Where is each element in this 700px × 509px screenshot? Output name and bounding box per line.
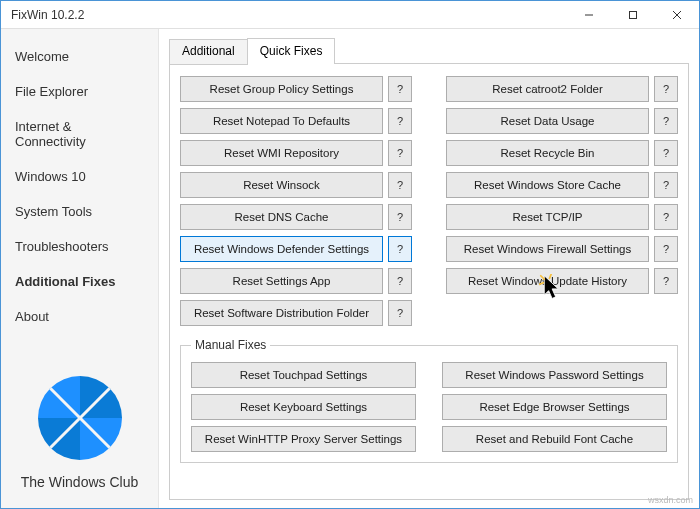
manual-fixes-legend: Manual Fixes	[191, 338, 270, 352]
help-button[interactable]: ?	[388, 76, 412, 102]
button-label: Reset Group Policy Settings	[210, 83, 354, 95]
minimize-button[interactable]	[567, 1, 611, 28]
tab-label: Quick Fixes	[260, 44, 323, 58]
tab-label: Additional	[182, 44, 235, 58]
button-label: Reset DNS Cache	[235, 211, 329, 223]
sidebar-item-label: File Explorer	[15, 84, 88, 99]
reset-catroot2-button[interactable]: Reset catroot2 Folder	[446, 76, 649, 102]
reset-tcpip-button[interactable]: Reset TCP/IP	[446, 204, 649, 230]
fix-row: Reset Software Distribution Folder ?	[180, 300, 412, 326]
window-controls	[567, 1, 699, 28]
help-label: ?	[397, 275, 403, 287]
sidebar-item-additional-fixes[interactable]: Additional Fixes	[1, 264, 158, 299]
reset-recycle-bin-button[interactable]: Reset Recycle Bin	[446, 140, 649, 166]
tab-additional[interactable]: Additional	[169, 39, 248, 65]
button-label: Reset Edge Browser Settings	[479, 401, 629, 413]
button-label: Reset Recycle Bin	[501, 147, 595, 159]
sidebar-item-label: Internet & Connectivity	[15, 119, 86, 149]
button-label: Reset Windows Defender Settings	[194, 243, 369, 255]
fix-row: Reset Windows Update History ?	[446, 268, 678, 294]
reset-store-cache-button[interactable]: Reset Windows Store Cache	[446, 172, 649, 198]
reset-wmi-button[interactable]: Reset WMI Repository	[180, 140, 383, 166]
reset-update-history-button[interactable]: Reset Windows Update History	[446, 268, 649, 294]
reset-winhttp-button[interactable]: Reset WinHTTP Proxy Server Settings	[191, 426, 416, 452]
manual-fixes-group: Manual Fixes Reset Touchpad Settings Res…	[180, 338, 678, 463]
tab-quick-fixes[interactable]: Quick Fixes	[247, 38, 336, 64]
button-label: Reset WMI Repository	[224, 147, 339, 159]
reset-touchpad-button[interactable]: Reset Touchpad Settings	[191, 362, 416, 388]
help-label: ?	[663, 211, 669, 223]
button-label: Reset Windows Update History	[468, 275, 627, 287]
fix-row: Reset Data Usage ?	[446, 108, 678, 134]
svg-rect-1	[630, 11, 637, 18]
help-button[interactable]: ?	[388, 300, 412, 326]
help-button[interactable]: ?	[388, 236, 412, 262]
sidebar-item-label: Additional Fixes	[15, 274, 115, 289]
reset-defender-button[interactable]: Reset Windows Defender Settings	[180, 236, 383, 262]
reset-notepad-button[interactable]: Reset Notepad To Defaults	[180, 108, 383, 134]
button-label: Reset WinHTTP Proxy Server Settings	[205, 433, 402, 445]
reset-data-usage-button[interactable]: Reset Data Usage	[446, 108, 649, 134]
fixes-grid: Reset Group Policy Settings ? Reset catr…	[180, 76, 678, 326]
fix-row: Reset Notepad To Defaults ?	[180, 108, 412, 134]
button-label: Reset Windows Store Cache	[474, 179, 621, 191]
sidebar-item-label: Troubleshooters	[15, 239, 108, 254]
reset-software-dist-button[interactable]: Reset Software Distribution Folder	[180, 300, 383, 326]
help-button[interactable]: ?	[654, 268, 678, 294]
help-button[interactable]: ?	[654, 172, 678, 198]
reset-firewall-button[interactable]: Reset Windows Firewall Settings	[446, 236, 649, 262]
sidebar-item-windows10[interactable]: Windows 10	[1, 159, 158, 194]
fix-row: Reset Winsock ?	[180, 172, 412, 198]
help-button[interactable]: ?	[654, 108, 678, 134]
fix-row: Reset Settings App ?	[180, 268, 412, 294]
help-button[interactable]: ?	[388, 108, 412, 134]
reset-dns-button[interactable]: Reset DNS Cache	[180, 204, 383, 230]
reset-edge-button[interactable]: Reset Edge Browser Settings	[442, 394, 667, 420]
help-button[interactable]: ?	[388, 140, 412, 166]
sidebar-item-troubleshooters[interactable]: Troubleshooters	[1, 229, 158, 264]
sidebar-item-system-tools[interactable]: System Tools	[1, 194, 158, 229]
reset-password-button[interactable]: Reset Windows Password Settings	[442, 362, 667, 388]
button-label: Reset Windows Password Settings	[465, 369, 643, 381]
help-label: ?	[663, 147, 669, 159]
button-label: Reset Windows Firewall Settings	[464, 243, 631, 255]
close-button[interactable]	[655, 1, 699, 28]
sidebar-item-label: Windows 10	[15, 169, 86, 184]
logo-icon	[38, 376, 122, 460]
fix-row: Reset Windows Defender Settings ?	[180, 236, 412, 262]
help-label: ?	[397, 115, 403, 127]
reset-keyboard-button[interactable]: Reset Keyboard Settings	[191, 394, 416, 420]
button-label: Reset catroot2 Folder	[492, 83, 603, 95]
sidebar-item-file-explorer[interactable]: File Explorer	[1, 74, 158, 109]
reset-font-cache-button[interactable]: Reset and Rebuild Font Cache	[442, 426, 667, 452]
help-button[interactable]: ?	[388, 268, 412, 294]
help-button[interactable]: ?	[388, 172, 412, 198]
help-button[interactable]: ?	[654, 204, 678, 230]
reset-winsock-button[interactable]: Reset Winsock	[180, 172, 383, 198]
sidebar-item-welcome[interactable]: Welcome	[1, 39, 158, 74]
button-label: Reset Software Distribution Folder	[194, 307, 369, 319]
help-label: ?	[397, 211, 403, 223]
fix-row: Reset Windows Firewall Settings ?	[446, 236, 678, 262]
manual-grid: Reset Touchpad Settings Reset Windows Pa…	[191, 362, 667, 452]
help-button[interactable]: ?	[654, 140, 678, 166]
reset-group-policy-button[interactable]: Reset Group Policy Settings	[180, 76, 383, 102]
maximize-button[interactable]	[611, 1, 655, 28]
help-button[interactable]: ?	[388, 204, 412, 230]
sidebar-item-label: Welcome	[15, 49, 69, 64]
empty-cell	[446, 300, 678, 326]
help-label: ?	[397, 147, 403, 159]
button-label: Reset Data Usage	[501, 115, 595, 127]
help-button[interactable]: ?	[654, 236, 678, 262]
reset-settings-app-button[interactable]: Reset Settings App	[180, 268, 383, 294]
fix-row: Reset TCP/IP ?	[446, 204, 678, 230]
button-label: Reset and Rebuild Font Cache	[476, 433, 633, 445]
watermark-label: wsxdn.com	[648, 495, 693, 505]
sidebar-item-internet[interactable]: Internet & Connectivity	[1, 109, 158, 159]
tabstrip: Additional Quick Fixes	[169, 37, 689, 63]
sidebar-item-about[interactable]: About	[1, 299, 158, 334]
button-label: Reset Winsock	[243, 179, 320, 191]
app-window: FixWin 10.2.2 Welcome File Explorer Inte…	[0, 0, 700, 509]
button-label: Reset Notepad To Defaults	[213, 115, 350, 127]
help-button[interactable]: ?	[654, 76, 678, 102]
